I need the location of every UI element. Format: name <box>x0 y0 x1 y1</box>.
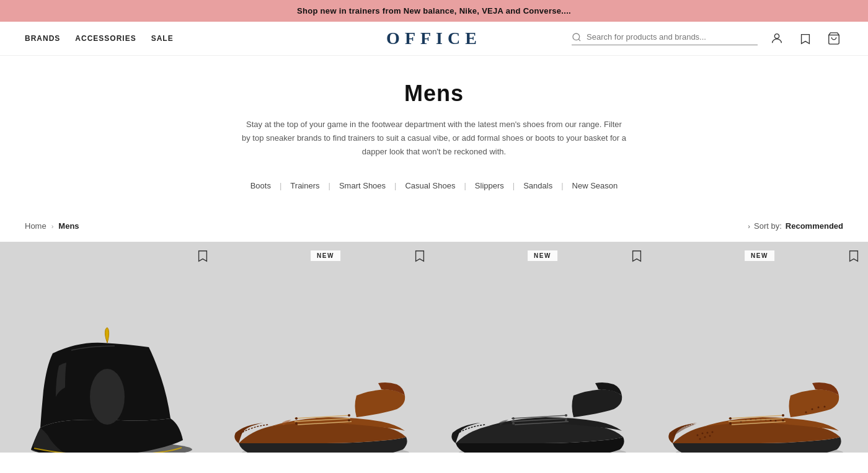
svg-point-11 <box>295 417 298 420</box>
shoe-illustration <box>9 279 208 453</box>
svg-point-20 <box>565 419 567 422</box>
svg-point-26 <box>712 431 714 433</box>
svg-point-18 <box>512 422 515 425</box>
cat-casual-shoes[interactable]: Casual Shoes <box>396 179 464 193</box>
banner-text: Shop new in trainers from New balance, N… <box>297 6 571 15</box>
site-logo[interactable]: OFFICE <box>386 29 482 48</box>
site-header: BRANDS ACCESSORIES SALE OFFICE <box>0 22 868 56</box>
new-badge: NEW <box>528 250 557 261</box>
shoe-illustration <box>226 279 425 453</box>
svg-line-1 <box>578 39 580 41</box>
product-card[interactable]: NEW <box>434 242 651 453</box>
shoe-illustration <box>660 279 859 453</box>
sort-label: Sort by: <box>754 221 782 231</box>
svg-point-28 <box>704 436 706 438</box>
bookmark-button[interactable] <box>195 248 211 264</box>
product-grid: NEW <box>0 242 868 473</box>
new-badge: NEW <box>311 250 340 261</box>
svg-point-2 <box>774 34 779 38</box>
svg-point-27 <box>699 438 701 440</box>
svg-point-39 <box>812 409 813 410</box>
svg-point-5 <box>90 369 125 425</box>
product-card[interactable]: NEW <box>651 242 868 453</box>
svg-point-12 <box>348 419 350 422</box>
search-bar[interactable] <box>572 32 758 45</box>
search-icon <box>572 32 582 42</box>
product-image <box>0 242 217 453</box>
cat-boots[interactable]: Boots <box>242 179 280 193</box>
bookmark-icon <box>847 249 861 263</box>
page-description: Stay at the top of your game in the foot… <box>242 118 626 159</box>
product-image <box>217 242 434 453</box>
svg-point-46 <box>729 417 732 420</box>
page-title: Mens <box>12 81 856 107</box>
cart-icon <box>827 32 841 45</box>
cart-button[interactable] <box>825 29 843 48</box>
wishlist-icon <box>799 32 812 45</box>
bookmark-button[interactable] <box>412 248 428 264</box>
cat-new-season[interactable]: New Season <box>564 179 627 193</box>
breadcrumb-home[interactable]: Home <box>25 221 46 231</box>
search-input[interactable] <box>587 32 758 42</box>
svg-point-37 <box>775 420 777 422</box>
svg-point-13 <box>348 414 350 417</box>
header-nav-left: BRANDS ACCESSORIES SALE <box>25 34 174 43</box>
bookmark-button[interactable] <box>629 248 645 264</box>
header-right <box>572 29 843 48</box>
sort-control[interactable]: › Sort by: Recommended <box>748 221 843 231</box>
sort-value: Recommended <box>786 221 843 231</box>
new-badge: NEW <box>745 250 774 261</box>
cat-smart-shoes[interactable]: Smart Shoes <box>330 179 394 193</box>
nav-brands[interactable]: BRANDS <box>25 34 60 43</box>
breadcrumb: Home › Mens <box>25 221 79 231</box>
svg-point-25 <box>707 432 709 434</box>
cat-slippers[interactable]: Slippers <box>466 179 513 193</box>
svg-point-38 <box>805 412 807 413</box>
promo-banner: Shop new in trainers from New balance, N… <box>0 0 868 22</box>
svg-point-23 <box>697 435 699 436</box>
svg-point-40 <box>818 407 820 409</box>
bookmark-button[interactable] <box>846 248 862 264</box>
breadcrumb-bar: Home › Mens › Sort by: Recommended <box>0 215 868 242</box>
bookmark-icon <box>413 249 427 263</box>
svg-point-47 <box>782 419 784 422</box>
bookmark-icon <box>196 249 210 263</box>
svg-point-21 <box>565 414 567 417</box>
svg-point-29 <box>709 435 711 437</box>
wishlist-button[interactable] <box>796 29 815 48</box>
nav-accessories[interactable]: ACCESSORIES <box>75 34 136 43</box>
account-icon <box>770 32 784 45</box>
svg-point-10 <box>295 422 298 425</box>
shoe-illustration <box>443 279 642 453</box>
category-nav: Boots | Trainers | Smart Shoes | Casual … <box>12 174 856 203</box>
svg-point-0 <box>573 33 580 40</box>
svg-point-48 <box>782 414 784 417</box>
svg-point-24 <box>702 433 704 435</box>
svg-point-41 <box>824 406 826 408</box>
page-title-section: Mens Stay at the top of your game in the… <box>0 56 868 215</box>
svg-point-45 <box>729 422 732 425</box>
product-image <box>434 242 651 453</box>
nav-sale[interactable]: SALE <box>151 34 174 43</box>
cat-sandals[interactable]: Sandals <box>515 179 561 193</box>
svg-point-19 <box>512 417 515 420</box>
product-card[interactable]: NEW <box>217 242 434 453</box>
sort-chevron: › <box>748 223 750 230</box>
product-card[interactable] <box>0 242 217 453</box>
cat-trainers[interactable]: Trainers <box>281 179 328 193</box>
bookmark-icon <box>630 249 644 263</box>
account-button[interactable] <box>768 29 786 48</box>
breadcrumb-current: Mens <box>58 221 79 231</box>
breadcrumb-separator: › <box>51 223 54 230</box>
product-image <box>651 242 868 453</box>
